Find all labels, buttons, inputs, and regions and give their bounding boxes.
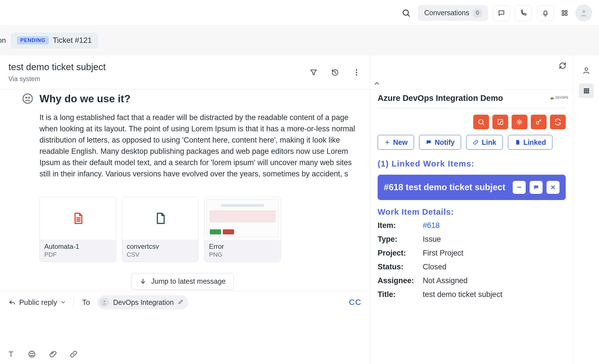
remove-workitem-button[interactable]: ×: [547, 181, 560, 194]
person-outline-icon: [582, 66, 590, 74]
link-button[interactable]: Link: [466, 135, 503, 150]
breadcrumb-bar: on PENDING Ticket #121: [0, 26, 599, 55]
detail-value-project: First Project: [423, 249, 566, 258]
notify-label: Notify: [435, 138, 455, 147]
reply-mode-selector[interactable]: Public reply: [8, 298, 66, 307]
attachment-card[interactable]: convertcsv CSV: [122, 197, 199, 262]
breadcrumb-fragment: on: [0, 36, 6, 45]
format-text-button[interactable]: [6, 349, 16, 359]
svg-rect-3: [562, 14, 564, 15]
svg-point-12: [103, 300, 105, 302]
reply-bar: Public reply To DevOps Integration CC: [0, 291, 370, 364]
smile-icon: [28, 350, 36, 358]
ticket-pane: test demo ticket subject Via system Why …: [0, 55, 370, 364]
person-icon: [579, 8, 588, 17]
panel-settings-button[interactable]: [512, 115, 527, 129]
right-rail: [573, 55, 599, 364]
detail-value-item[interactable]: #618: [423, 221, 566, 230]
svg-point-15: [32, 353, 33, 354]
profile-avatar[interactable]: [575, 5, 592, 21]
ticket-breadcrumb-chip[interactable]: PENDING Ticket #121: [11, 33, 98, 48]
recipient-chip[interactable]: DevOps Integration: [97, 295, 188, 309]
calls-button[interactable]: [515, 5, 532, 21]
panel-key-button[interactable]: [531, 115, 547, 129]
detail-key-status: Status:: [378, 263, 423, 271]
ticket-subject: test demo ticket subject: [8, 62, 309, 72]
edit-recipient-button[interactable]: [178, 298, 184, 307]
detail-key-assignee: Assignee:: [378, 276, 423, 285]
link-icon: [70, 350, 78, 358]
svg-point-13: [29, 351, 35, 357]
apps-rail-button[interactable]: [579, 83, 594, 98]
svg-point-18: [519, 121, 521, 123]
detail-value-status: Closed: [423, 263, 566, 271]
comment-workitem-button[interactable]: [530, 181, 543, 194]
attach-button[interactable]: [48, 349, 58, 359]
image-thumbnail: [207, 199, 278, 238]
comment-icon: [426, 139, 432, 145]
detail-key-title: Title:: [378, 290, 423, 299]
message-heading: Why do we use it?: [39, 93, 362, 105]
recipient-name: DevOps Integration: [113, 298, 174, 307]
emoji-button[interactable]: [27, 349, 37, 359]
integration-panel: Azure DevOps Integration Demo New Notify: [370, 55, 573, 364]
new-label: New: [393, 138, 408, 147]
pencil-icon: [178, 299, 184, 305]
gear-icon: [516, 118, 523, 126]
filter-button[interactable]: [309, 67, 319, 77]
svg-point-14: [30, 353, 31, 354]
svg-rect-21: [584, 88, 585, 90]
attachment-name: Error: [209, 243, 276, 250]
detail-value-assignee: Not Assigned: [423, 276, 566, 285]
sad-face-icon: [22, 93, 33, 104]
history-button[interactable]: [330, 67, 340, 77]
attachments: Automata-1 PDF convertcsv CSV: [39, 197, 362, 262]
conversations-button[interactable]: Conversations 0: [418, 5, 488, 21]
cc-button[interactable]: CC: [349, 298, 362, 307]
attachment-type: PNG: [209, 251, 276, 258]
attachment-card[interactable]: Error PNG: [204, 197, 281, 262]
detail-key-type: Type:: [378, 235, 423, 244]
notifications-button[interactable]: [537, 5, 554, 21]
attachment-card[interactable]: Automata-1 PDF: [39, 197, 116, 262]
reply-icon: [8, 299, 16, 306]
collapse-panel-button[interactable]: [370, 77, 573, 90]
new-workitem-button[interactable]: New: [378, 135, 414, 150]
panel-edit-button[interactable]: [492, 115, 508, 129]
detail-key-item: Item:: [378, 221, 423, 230]
detail-value-title: test demo ticket subject: [423, 290, 566, 299]
svg-point-7: [356, 72, 357, 73]
svg-point-8: [356, 74, 357, 76]
contact-rail-button[interactable]: [579, 63, 594, 78]
svg-rect-22: [585, 88, 587, 90]
status-badge: PENDING: [17, 36, 49, 45]
arrow-down-icon: [139, 278, 147, 285]
messages-button[interactable]: [493, 5, 510, 21]
subject-row: test demo ticket subject Via system: [0, 55, 370, 90]
panel-search-button[interactable]: [473, 115, 489, 129]
apps-button[interactable]: [559, 5, 570, 21]
jump-to-latest-button[interactable]: Jump to latest message: [131, 273, 234, 290]
refresh-panel-button[interactable]: [558, 61, 567, 71]
more-vertical-icon: [352, 68, 361, 77]
pdf-file-icon: [71, 212, 85, 225]
insert-link-button[interactable]: [69, 349, 78, 359]
linked-button[interactable]: Linked: [508, 135, 553, 150]
svg-point-20: [585, 68, 587, 70]
recipient-avatar: [100, 298, 109, 307]
devops-logo: [550, 96, 566, 101]
svg-rect-4: [565, 14, 567, 15]
linked-workitem-card[interactable]: #618 test demo ticket subject − ×: [378, 175, 566, 200]
more-button[interactable]: [351, 67, 362, 77]
conversations-count: 0: [473, 9, 482, 17]
notify-button[interactable]: Notify: [419, 135, 461, 150]
comment-icon: [533, 184, 539, 190]
person-icon: [102, 299, 107, 305]
chevron-down-icon: [60, 299, 66, 305]
svg-point-10: [26, 97, 27, 98]
global-search-button[interactable]: [402, 8, 411, 17]
panel-sync-button[interactable]: [550, 115, 566, 129]
collapse-workitem-button[interactable]: −: [513, 181, 526, 194]
svg-point-5: [582, 10, 585, 13]
apps-grid-icon: [583, 87, 590, 94]
